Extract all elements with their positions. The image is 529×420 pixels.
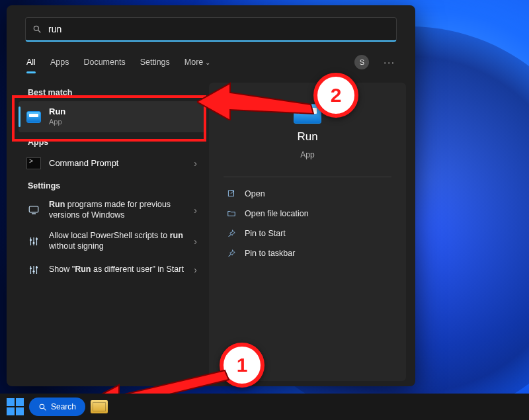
tab-documents[interactable]: Documents <box>83 54 125 71</box>
tab-all[interactable]: All <box>26 54 36 71</box>
result-run-app[interactable]: Run App <box>19 101 205 132</box>
result-setting-compat[interactable]: Run programs made for previous versions … <box>19 194 205 226</box>
svg-point-9 <box>36 238 38 240</box>
start-button[interactable] <box>7 398 24 415</box>
filter-tabs: All Apps Documents Settings More⌄ S ··· <box>7 47 415 71</box>
action-open[interactable]: Open <box>224 184 391 204</box>
chevron-down-icon: ⌄ <box>205 59 210 66</box>
pin-icon <box>226 228 237 239</box>
svg-line-1 <box>38 30 41 33</box>
run-icon <box>26 110 41 124</box>
chevron-right-icon: › <box>194 236 197 247</box>
user-avatar[interactable]: S <box>354 55 369 69</box>
svg-point-13 <box>30 267 32 269</box>
sliders-icon <box>26 234 41 249</box>
tab-more[interactable]: More⌄ <box>184 54 210 71</box>
tab-settings[interactable]: Settings <box>140 54 170 71</box>
svg-point-14 <box>33 270 35 272</box>
start-search-panel: All Apps Documents Settings More⌄ S ··· … <box>7 5 415 386</box>
sliders-icon <box>26 263 41 277</box>
taskbar: Search <box>0 394 529 420</box>
pin-icon <box>226 248 237 259</box>
chevron-right-icon: › <box>194 265 197 275</box>
svg-rect-2 <box>29 206 38 212</box>
svg-point-20 <box>40 404 44 409</box>
svg-point-7 <box>30 239 32 241</box>
run-icon-large <box>294 104 321 124</box>
svg-point-8 <box>33 242 35 244</box>
divider <box>224 177 391 177</box>
chevron-right-icon: › <box>194 205 197 216</box>
tab-apps[interactable]: Apps <box>50 54 69 71</box>
section-best-match: Best match <box>28 88 196 97</box>
detail-subtitle: App <box>300 150 314 159</box>
taskbar-search-button[interactable]: Search <box>29 398 85 416</box>
detail-pane: Run App Open Open file location Pin to S… <box>209 83 406 381</box>
overflow-menu[interactable]: ··· <box>384 57 395 67</box>
svg-point-15 <box>36 266 38 268</box>
search-input[interactable] <box>47 23 389 35</box>
taskbar-app-icon[interactable] <box>91 400 108 413</box>
result-command-prompt[interactable]: Command Prompt › <box>19 151 205 176</box>
result-setting-powershell[interactable]: Allow local PowerShell scripts to run wi… <box>19 226 205 257</box>
terminal-icon <box>26 156 41 171</box>
section-settings: Settings <box>28 181 196 190</box>
action-open-location[interactable]: Open file location <box>224 204 391 224</box>
detail-title: Run <box>297 130 317 144</box>
chevron-right-icon: › <box>194 158 197 169</box>
svg-line-21 <box>44 408 46 410</box>
action-pin-start[interactable]: Pin to Start <box>224 224 391 243</box>
action-pin-taskbar[interactable]: Pin to taskbar <box>224 243 391 263</box>
open-icon <box>226 189 237 199</box>
search-icon <box>32 24 42 34</box>
search-box[interactable] <box>25 17 397 42</box>
svg-line-17 <box>231 190 234 194</box>
result-setting-runas[interactable]: Show "Run as different user" in Start › <box>19 257 205 282</box>
folder-icon <box>226 208 237 219</box>
svg-point-0 <box>34 26 38 30</box>
section-apps: Apps <box>28 138 196 147</box>
search-icon <box>38 403 47 411</box>
svg-rect-3 <box>32 213 36 214</box>
results-left-column: Best match Run App Apps Command Prompt ›… <box>19 83 205 381</box>
settings-icon <box>26 203 41 218</box>
